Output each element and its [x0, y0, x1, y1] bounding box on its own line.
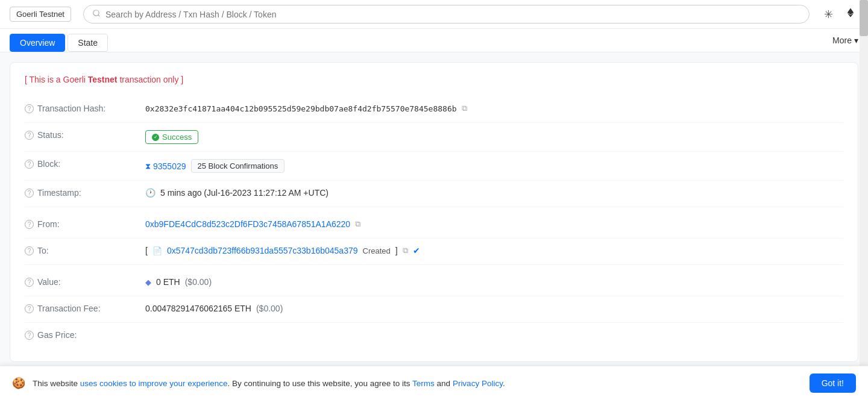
chevron-down-icon: ▾	[854, 36, 858, 45]
timestamp-label: ? Timestamp:	[25, 188, 145, 198]
value-value: ◆ 0 ETH ($0.00)	[145, 277, 843, 287]
spacer-1	[25, 207, 843, 212]
more-dropdown[interactable]: More ▾	[832, 36, 858, 50]
timestamp-row: ? Timestamp: 🕐 5 mins ago (Jul-16-2023 1…	[25, 181, 843, 207]
fee-row: ? Transaction Fee: 0.00478291476062165 E…	[25, 296, 843, 323]
fee-help-icon[interactable]: ?	[25, 304, 34, 313]
gas-row: ? Gas Price:	[25, 323, 843, 349]
topbar-icons: ✳	[822, 5, 858, 23]
to-label: ? To:	[25, 246, 145, 255]
bracket-open: [	[145, 246, 148, 255]
theme-toggle-button[interactable]: ✳	[822, 5, 835, 23]
tab-nav: Overview State More ▾	[0, 29, 868, 52]
tab-state[interactable]: State	[68, 34, 108, 52]
eth-network-icon[interactable]	[843, 5, 858, 23]
contract-icon: 📄	[153, 246, 162, 255]
value-label: ? Value:	[25, 277, 145, 287]
fee-label: ? Transaction Fee:	[25, 304, 145, 313]
svg-line-1	[98, 15, 100, 17]
search-icon	[92, 9, 101, 19]
more-label: More	[832, 36, 852, 45]
block-label: ? Block:	[25, 159, 145, 169]
timestamp-help-icon[interactable]: ?	[25, 189, 34, 198]
block-value: ⧗ 9355029 25 Block Confirmations	[145, 159, 843, 173]
cookie-banner: 🍪 This website uses cookies to improve y…	[0, 366, 868, 372]
from-help-icon[interactable]: ?	[25, 220, 34, 229]
gas-label: ? Gas Price:	[25, 330, 145, 340]
testnet-prefix: [ This is a Goerli	[25, 75, 88, 84]
hourglass-icon: ⧗	[145, 161, 151, 171]
search-bar[interactable]	[83, 5, 810, 23]
tab-overview[interactable]: Overview	[10, 34, 65, 52]
value-row: ? Value: ◆ 0 ETH ($0.00)	[25, 270, 843, 296]
from-copy-icon[interactable]: ⧉	[355, 219, 360, 229]
to-address-link[interactable]: 0x5747cd3db723ff66b931da5557c33b16b045a3…	[167, 246, 358, 255]
search-input[interactable]	[105, 10, 800, 19]
testnet-banner: [ This is a Goerli Testnet transaction o…	[25, 75, 843, 84]
status-label: ? Status:	[25, 130, 145, 140]
fee-value: 0.00478291476062165 ETH ($0.00)	[145, 304, 843, 313]
bracket-close: ]	[395, 246, 398, 255]
status-badge: ✓ Success	[145, 130, 198, 144]
block-help-icon[interactable]: ?	[25, 160, 34, 169]
transaction-card: [ This is a Goerli Testnet transaction o…	[10, 62, 858, 362]
to-created-label: Created	[363, 246, 391, 255]
tx-hash-help-icon[interactable]: ?	[25, 104, 34, 113]
to-value: [ 📄 0x5747cd3db723ff66b931da5557c33b16b0…	[145, 246, 843, 255]
tab-list: Overview State	[10, 34, 108, 52]
to-row: ? To: [ 📄 0x5747cd3db723ff66b931da5557c3…	[25, 239, 843, 265]
topbar: Goerli Testnet ✳	[0, 0, 868, 29]
testnet-suffix: transaction only ]	[118, 75, 184, 84]
to-copy-icon[interactable]: ⧉	[403, 246, 408, 255]
scrollbar-thumb[interactable]	[860, 0, 868, 36]
status-help-icon[interactable]: ?	[25, 131, 34, 140]
status-value: ✓ Success	[145, 130, 843, 144]
from-value: 0xb9FDE4CdC8d523c2Df6FD3c7458A67851A1A62…	[145, 219, 843, 229]
verified-check-icon: ✔	[413, 246, 420, 255]
main-content: [ This is a Goerli Testnet transaction o…	[0, 52, 868, 372]
block-number-link[interactable]: ⧗ 9355029	[145, 161, 186, 171]
tx-hash-label: ? Transaction Hash:	[25, 104, 145, 113]
tx-hash-copy-icon[interactable]: ⧉	[462, 104, 467, 113]
status-row: ? Status: ✓ Success	[25, 123, 843, 152]
to-help-icon[interactable]: ?	[25, 246, 34, 255]
svg-point-0	[93, 10, 99, 16]
status-check-icon: ✓	[152, 134, 159, 141]
from-label: ? From:	[25, 219, 145, 229]
value-help-icon[interactable]: ?	[25, 278, 34, 287]
from-address-link[interactable]: 0xb9FDE4CdC8d523c2Df6FD3c7458A67851A1A62…	[145, 219, 350, 229]
from-row: ? From: 0xb9FDE4CdC8d523c2Df6FD3c7458A67…	[25, 212, 843, 239]
gas-help-icon[interactable]: ?	[25, 331, 34, 340]
site-name[interactable]: Goerli Testnet	[10, 7, 71, 22]
timestamp-value: 🕐 5 mins ago (Jul-16-2023 11:27:12 AM +U…	[145, 188, 843, 198]
clock-icon: 🕐	[145, 188, 156, 198]
tx-hash-row: ? Transaction Hash: 0x2832e3fc41871aa404…	[25, 96, 843, 123]
spacer-2	[25, 265, 843, 270]
scrollbar[interactable]	[860, 0, 868, 372]
eth-diamond-icon: ◆	[145, 278, 151, 287]
tx-hash-value: 0x2832e3fc41871aa404c12b095525d59e29bdb0…	[145, 104, 843, 113]
testnet-bold: Testnet	[88, 75, 118, 84]
block-confirmations-badge: 25 Block Confirmations	[191, 159, 285, 173]
block-row: ? Block: ⧗ 9355029 25 Block Confirmation…	[25, 152, 843, 181]
